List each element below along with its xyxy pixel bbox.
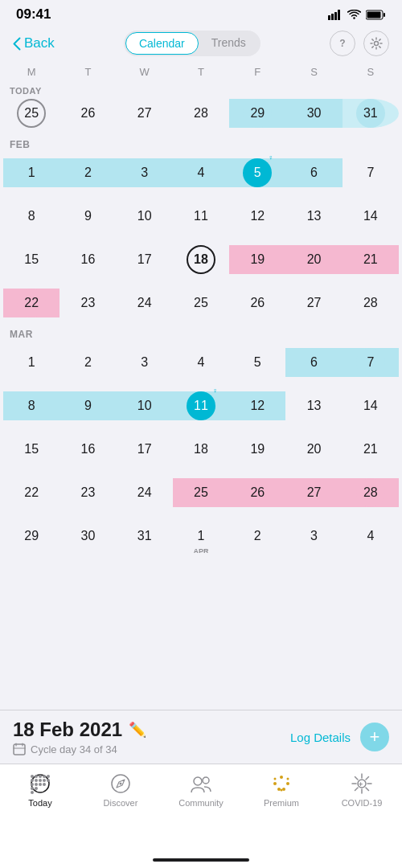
day-mar15[interactable]: 15 — [3, 428, 59, 470]
day-feb7[interactable]: 7 — [343, 152, 399, 194]
day-mar8[interactable]: 8 — [3, 385, 59, 427]
svg-text:?: ? — [339, 38, 345, 49]
day-feb20[interactable]: 20 — [285, 239, 342, 280]
day-mar1[interactable]: 1 — [3, 342, 59, 383]
day-feb26[interactable]: 26 — [229, 282, 285, 324]
svg-rect-6 — [367, 11, 381, 18]
back-button[interactable]: Back — [13, 35, 55, 51]
tab-community[interactable]: Community — [173, 772, 229, 808]
day-mar7[interactable]: 7 — [343, 342, 399, 383]
tab-today-label: Today — [28, 798, 51, 808]
tab-calendar[interactable]: Calendar — [125, 32, 199, 55]
day-jan26[interactable]: 26 — [59, 92, 116, 134]
battery-icon — [366, 10, 386, 20]
day-mar11[interactable]: 11 ♀ — [173, 385, 229, 427]
cycle-day-text: Cycle day 34 of 34 — [31, 743, 117, 755]
day-jan27[interactable]: 27 — [117, 92, 173, 134]
status-icons — [328, 10, 386, 20]
home-indicator — [153, 858, 249, 862]
svg-point-19 — [43, 779, 46, 782]
day-mar13[interactable]: 13 — [285, 385, 342, 427]
day-mar26[interactable]: 26 — [229, 472, 285, 514]
day-mar18[interactable]: 18 — [173, 428, 229, 470]
day-mar31[interactable]: 31 — [117, 515, 173, 553]
day-mar20[interactable]: 20 — [285, 428, 342, 470]
day-jan29[interactable]: 29 — [229, 92, 285, 134]
day-feb25[interactable]: 25 — [173, 282, 229, 324]
day-feb2[interactable]: 2 — [59, 152, 116, 194]
day-mar23[interactable]: 23 — [59, 472, 116, 514]
svg-point-25 — [31, 787, 34, 790]
day-feb12[interactable]: 12 — [229, 195, 285, 237]
day-apr1[interactable]: 1 APR — [173, 515, 229, 553]
day-mar25[interactable]: 25 — [173, 472, 229, 514]
day-mar4[interactable]: 4 — [173, 342, 229, 383]
tab-premium[interactable]: Premium — [253, 772, 310, 808]
day-feb17[interactable]: 17 — [117, 239, 173, 280]
day-feb16[interactable]: 16 — [59, 239, 116, 280]
day-mar3[interactable]: 3 — [117, 342, 173, 383]
day-feb21[interactable]: 21 — [343, 239, 399, 280]
day-mar24[interactable]: 24 — [117, 472, 173, 514]
calendar-small-icon — [13, 743, 26, 755]
day-feb6[interactable]: 6 — [285, 152, 342, 194]
day-mar21[interactable]: 21 — [343, 428, 399, 470]
day-feb15[interactable]: 15 — [3, 239, 59, 280]
settings-button[interactable] — [363, 31, 389, 56]
svg-point-16 — [39, 779, 42, 782]
day-mar30[interactable]: 30 — [59, 515, 116, 553]
log-details-button[interactable]: Log Details — [290, 731, 351, 744]
tab-today[interactable]: Today — [12, 772, 68, 808]
day-feb1[interactable]: 1 — [3, 152, 59, 194]
day-mar2[interactable]: 2 — [59, 342, 116, 383]
edit-icon[interactable]: ✏️ — [129, 721, 146, 739]
day-feb18[interactable]: 18 — [173, 239, 229, 280]
day-mar29[interactable]: 29 — [3, 515, 59, 553]
tab-discover[interactable]: Discover — [92, 772, 149, 808]
tab-trends[interactable]: Trends — [199, 32, 259, 55]
day-apr3[interactable]: 3 — [285, 515, 342, 553]
add-button[interactable]: + — [360, 723, 389, 751]
day-mar22[interactable]: 22 — [3, 472, 59, 514]
day-feb27[interactable]: 27 — [285, 282, 342, 324]
day-feb9[interactable]: 9 — [59, 195, 116, 237]
tab-covid[interactable]: + COVID-19 — [334, 772, 390, 808]
day-feb5[interactable]: 5 ♀ — [229, 152, 285, 194]
day-feb22[interactable]: 22 — [3, 282, 59, 324]
day-jan31[interactable]: 31 — [343, 92, 399, 134]
week-mar29: 29 30 31 1 APR 2 3 4 — [3, 515, 399, 551]
dow-wed: W — [117, 63, 173, 81]
week-mar22: 22 23 24 25 26 27 28 — [3, 472, 399, 514]
help-button[interactable]: ? — [330, 31, 355, 56]
day-feb4[interactable]: 4 — [173, 152, 229, 194]
day-feb13[interactable]: 13 — [285, 195, 342, 237]
svg-point-20 — [47, 779, 50, 782]
day-feb10[interactable]: 10 — [117, 195, 173, 237]
day-feb28[interactable]: 28 — [343, 282, 399, 324]
day-mar6[interactable]: 6 — [285, 342, 342, 383]
day-jan28[interactable]: 28 — [173, 92, 229, 134]
day-mar10[interactable]: 10 — [117, 385, 173, 427]
day-mar17[interactable]: 17 — [117, 428, 173, 470]
day-apr4[interactable]: 4 — [343, 515, 399, 553]
day-mar16[interactable]: 16 — [59, 428, 116, 470]
day-jan30[interactable]: 30 — [285, 92, 342, 134]
day-mar14[interactable]: 14 — [343, 385, 399, 427]
day-feb14[interactable]: 14 — [343, 195, 399, 237]
day-jan25[interactable]: 25 — [3, 92, 59, 134]
day-apr2[interactable]: 2 — [229, 515, 285, 553]
day-mar28[interactable]: 28 — [343, 472, 399, 514]
day-feb19[interactable]: 19 — [229, 239, 285, 280]
svg-point-13 — [39, 775, 42, 778]
day-feb11[interactable]: 11 — [173, 195, 229, 237]
day-mar12[interactable]: 12 — [229, 385, 285, 427]
day-feb23[interactable]: 23 — [59, 282, 116, 324]
day-mar27[interactable]: 27 — [285, 472, 342, 514]
day-mar19[interactable]: 19 — [229, 428, 285, 470]
week-mar8: 8 9 10 11 ♀ 12 13 14 — [3, 385, 399, 427]
day-feb24[interactable]: 24 — [117, 282, 173, 324]
day-mar5[interactable]: 5 — [229, 342, 285, 383]
day-mar9[interactable]: 9 — [59, 385, 116, 427]
day-feb3[interactable]: 3 — [117, 152, 173, 194]
day-feb8[interactable]: 8 — [3, 195, 59, 237]
